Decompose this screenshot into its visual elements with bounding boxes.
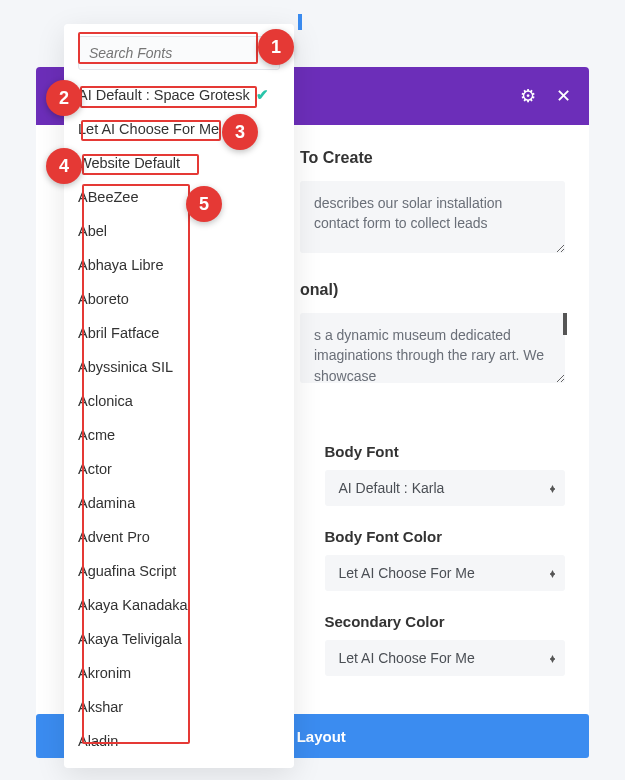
font-option-label: Abril Fatface bbox=[78, 325, 159, 341]
font-option[interactable]: Advent Pro bbox=[64, 520, 294, 554]
font-option[interactable]: Aladin bbox=[64, 724, 294, 758]
font-option-label: AI Default : Space Grotesk bbox=[78, 87, 250, 103]
font-option[interactable]: Akaya Kanadaka bbox=[64, 588, 294, 622]
secondary-color-dropdown[interactable]: Let AI Choose For Me bbox=[325, 640, 566, 676]
font-option-label: Akaya Telivigala bbox=[78, 631, 182, 647]
font-option-label: Let AI Choose For Me bbox=[78, 121, 219, 137]
font-option[interactable]: Akaya Telivigala bbox=[64, 622, 294, 656]
close-icon[interactable]: ✕ bbox=[556, 85, 571, 107]
font-option[interactable]: Abel bbox=[64, 214, 294, 248]
font-option-let-ai[interactable]: Let AI Choose For Me bbox=[64, 112, 294, 146]
annotation-badge-1: 1 bbox=[258, 29, 294, 65]
font-option[interactable]: Abhaya Libre bbox=[64, 248, 294, 282]
section-create: To Create describes our solar installati… bbox=[300, 149, 565, 257]
font-option-label: Aboreto bbox=[78, 291, 129, 307]
check-icon: ✔ bbox=[256, 87, 269, 103]
font-option[interactable]: Akronim bbox=[64, 656, 294, 690]
font-option[interactable]: Abyssinica SIL bbox=[64, 350, 294, 384]
textarea-scrollbar[interactable] bbox=[563, 313, 567, 335]
font-option[interactable]: Adamina bbox=[64, 486, 294, 520]
body-font-color-value: Let AI Choose For Me bbox=[339, 565, 475, 581]
section-heading-create: To Create bbox=[300, 149, 565, 167]
font-option-website-default[interactable]: Website Default bbox=[64, 146, 294, 180]
font-list: ABeeZeeAbelAbhaya LibreAboretoAbril Fatf… bbox=[64, 180, 294, 758]
annotation-badge-2: 2 bbox=[46, 80, 82, 116]
font-option-label: Akaya Kanadaka bbox=[78, 597, 188, 613]
font-option[interactable]: Aclonica bbox=[64, 384, 294, 418]
font-option-label: Aladin bbox=[78, 733, 118, 749]
search-fonts-input[interactable] bbox=[78, 36, 280, 70]
body-font-color-label: Body Font Color bbox=[325, 528, 566, 545]
section-optional: onal) s a dynamic museum dedicated imagi… bbox=[300, 281, 565, 387]
font-option-label: Akronim bbox=[78, 665, 131, 681]
gear-icon[interactable]: ⚙ bbox=[520, 85, 536, 107]
secondary-color-col: Secondary Color Let AI Choose For Me bbox=[325, 613, 566, 676]
font-option[interactable]: ABeeZee bbox=[64, 180, 294, 214]
font-option-label: ABeeZee bbox=[78, 189, 138, 205]
font-option-label: Acme bbox=[78, 427, 115, 443]
chevron-updown-icon bbox=[550, 654, 555, 662]
font-option-label: Adamina bbox=[78, 495, 135, 511]
top-indicator bbox=[298, 14, 302, 30]
font-option[interactable]: Actor bbox=[64, 452, 294, 486]
body-font-value: AI Default : Karla bbox=[339, 480, 445, 496]
font-option[interactable]: Akshar bbox=[64, 690, 294, 724]
font-option-label: Website Default bbox=[78, 155, 180, 171]
body-font-color-dropdown[interactable]: Let AI Choose For Me bbox=[325, 555, 566, 591]
font-option-label: Aclonica bbox=[78, 393, 133, 409]
chevron-updown-icon bbox=[550, 569, 555, 577]
font-option-ai-default[interactable]: AI Default : Space Grotesk ✔ bbox=[64, 78, 294, 112]
body-font-dropdown[interactable]: AI Default : Karla bbox=[325, 470, 566, 506]
font-option-label: Abel bbox=[78, 223, 107, 239]
font-option-label: Aguafina Script bbox=[78, 563, 176, 579]
font-option-label: Abyssinica SIL bbox=[78, 359, 173, 375]
font-option[interactable]: Abril Fatface bbox=[64, 316, 294, 350]
font-option-label: Actor bbox=[78, 461, 112, 477]
font-option[interactable]: Acme bbox=[64, 418, 294, 452]
section-heading-optional: onal) bbox=[300, 281, 565, 299]
chevron-updown-icon bbox=[550, 484, 555, 492]
font-option-label: Abhaya Libre bbox=[78, 257, 163, 273]
annotation-badge-3: 3 bbox=[222, 114, 258, 150]
font-option[interactable]: Aguafina Script bbox=[64, 554, 294, 588]
annotation-badge-4: 4 bbox=[46, 148, 82, 184]
body-font-color-col: Body Font Color Let AI Choose For Me bbox=[325, 528, 566, 591]
font-picker-popover: AI Default : Space Grotesk ✔ Let AI Choo… bbox=[64, 24, 294, 768]
describe-textarea[interactable]: describes our solar installation contact… bbox=[300, 181, 565, 253]
font-option-label: Akshar bbox=[78, 699, 123, 715]
font-option-label: Advent Pro bbox=[78, 529, 150, 545]
secondary-color-label: Secondary Color bbox=[325, 613, 566, 630]
body-font-label: Body Font bbox=[325, 443, 566, 460]
annotation-badge-5: 5 bbox=[186, 186, 222, 222]
details-textarea[interactable]: s a dynamic museum dedicated imagination… bbox=[300, 313, 565, 383]
secondary-color-value: Let AI Choose For Me bbox=[339, 650, 475, 666]
body-font-col: Body Font AI Default : Karla bbox=[325, 443, 566, 506]
font-option[interactable]: Aboreto bbox=[64, 282, 294, 316]
